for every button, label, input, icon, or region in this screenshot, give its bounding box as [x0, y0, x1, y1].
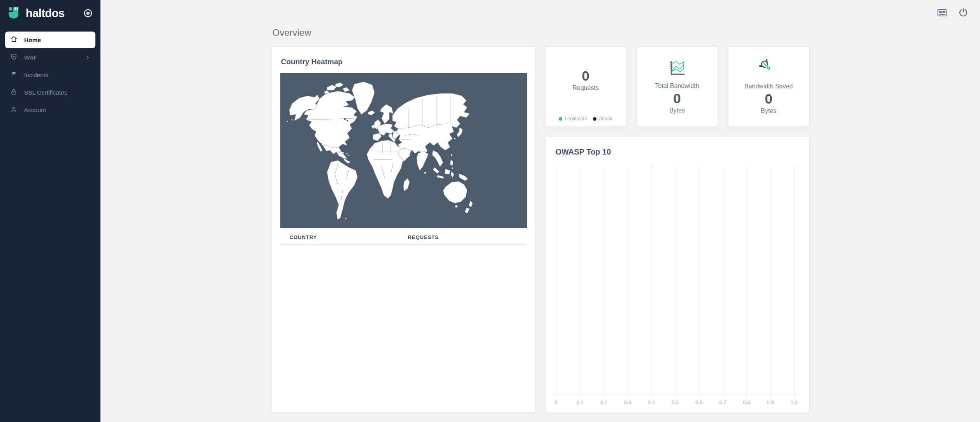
chart-tick-label: 0.2: [600, 399, 607, 405]
chart-gridline: [628, 166, 628, 397]
chart-gridline: [770, 166, 771, 397]
sidebar-nav: Home WAF Incide: [0, 32, 100, 118]
sidebar-item-label: Incidents: [24, 72, 48, 79]
column-header-country: COUNTRY: [280, 234, 399, 240]
column-header-requests: REQUESTS: [398, 234, 526, 240]
stat-title: Bandwidth Saved: [744, 83, 793, 90]
power-icon[interactable]: [958, 7, 968, 18]
sidebar-item-label: Home: [24, 37, 41, 44]
sidebar-item-label: Account: [24, 107, 46, 114]
page-title: Overview: [273, 27, 809, 38]
owasp-title: OWASP Top 10: [556, 148, 800, 156]
sidebar-item-incidents[interactable]: Incidents: [5, 67, 95, 83]
requests-label: Requests: [572, 84, 599, 91]
chart-gridline: [723, 166, 723, 397]
bandwidth-saved-value: 0: [765, 91, 772, 107]
chart-gridline: [556, 166, 557, 397]
chart-tick-label: 0.4: [648, 399, 655, 405]
chart-tick-label: 0.1: [577, 399, 584, 405]
heatmap-table-header: COUNTRY REQUESTS: [280, 228, 527, 245]
chart-tick-label: 0.8: [743, 399, 750, 405]
legitimate-dot-icon: [559, 117, 562, 121]
area-chart-icon: [667, 59, 687, 77]
chart-x-axis: [553, 394, 798, 394]
chart-gridline: [675, 166, 676, 397]
chart-gridline: [699, 166, 699, 397]
home-icon: [10, 35, 18, 44]
chart-gridline: [794, 166, 795, 397]
sidebar-item-ssl-certificates[interactable]: SSL Certificates: [5, 84, 95, 101]
flag-icon: [10, 70, 18, 79]
chart-gridline: [746, 166, 747, 397]
legend-item-legitimate: Legitimate: [559, 116, 587, 121]
world-map[interactable]: [280, 73, 527, 228]
chart-tick-label: 0.7: [719, 399, 726, 405]
topbar: [100, 0, 980, 25]
record-icon[interactable]: [83, 8, 93, 19]
chart-gridline: [651, 166, 652, 397]
chart-gridline: [604, 166, 604, 397]
legend-label: Legitimate: [565, 116, 587, 121]
brand-name: haltdos: [26, 7, 78, 20]
requests-value: 0: [582, 69, 589, 84]
sidebar-item-home[interactable]: Home: [5, 32, 95, 48]
total-bandwidth-value: 0: [673, 91, 681, 106]
stat-title: Total Bandwidth: [655, 83, 699, 90]
sidebar-header: haltdos: [0, 0, 100, 25]
lock-icon: [10, 88, 18, 97]
sidebar: haltdos Home WA: [0, 0, 100, 422]
sidebar-item-account[interactable]: Account: [5, 102, 95, 118]
owasp-chart: 00.10.20.30.40.50.60.70.80.91.0: [556, 166, 794, 397]
chart-tick-label: 0: [555, 399, 558, 405]
sidebar-item-label: SSL Certificates: [24, 89, 67, 96]
legend-label: Attack: [599, 116, 612, 121]
requests-legend: Legitimate Attack: [545, 116, 626, 121]
chart-tick-label: 0.6: [695, 399, 702, 405]
user-icon: [10, 106, 18, 114]
newspaper-icon[interactable]: [937, 7, 947, 18]
shield-icon: [10, 53, 18, 62]
stat-unit: Bytes: [669, 107, 685, 114]
chevron-right-icon: [85, 55, 90, 60]
card-title: Country Heatmap: [281, 58, 527, 66]
sidebar-item-label: WAF: [24, 54, 37, 61]
stat-unit: Bytes: [761, 107, 776, 114]
bandwidth-saved-stat-card: Bandwidth Saved 0 Bytes: [728, 47, 809, 127]
chart-gridline: [580, 166, 581, 397]
radar-icon: [759, 59, 778, 77]
chart-tick-label: 0.5: [672, 399, 679, 405]
chart-tick-label: 1.0: [790, 399, 797, 405]
owasp-top10-card: OWASP Top 10 00.10.20.30.40.50.60.70.80.…: [545, 137, 809, 413]
attack-dot-icon: [593, 117, 596, 121]
chart-tick-label: 0.9: [767, 399, 774, 405]
requests-stat-card: 0 Requests Legitimate Attack: [545, 47, 626, 127]
country-heatmap-card: Country Heatmap: [272, 47, 535, 412]
legend-item-attack: Attack: [593, 116, 612, 121]
chart-tick-label: 0.3: [624, 399, 631, 405]
total-bandwidth-stat-card: Total Bandwidth 0 Bytes: [637, 47, 718, 127]
sidebar-item-waf[interactable]: WAF: [5, 49, 95, 66]
haltdos-logo-icon: [6, 5, 21, 21]
main-content: Overview Country Heatmap: [100, 25, 980, 422]
